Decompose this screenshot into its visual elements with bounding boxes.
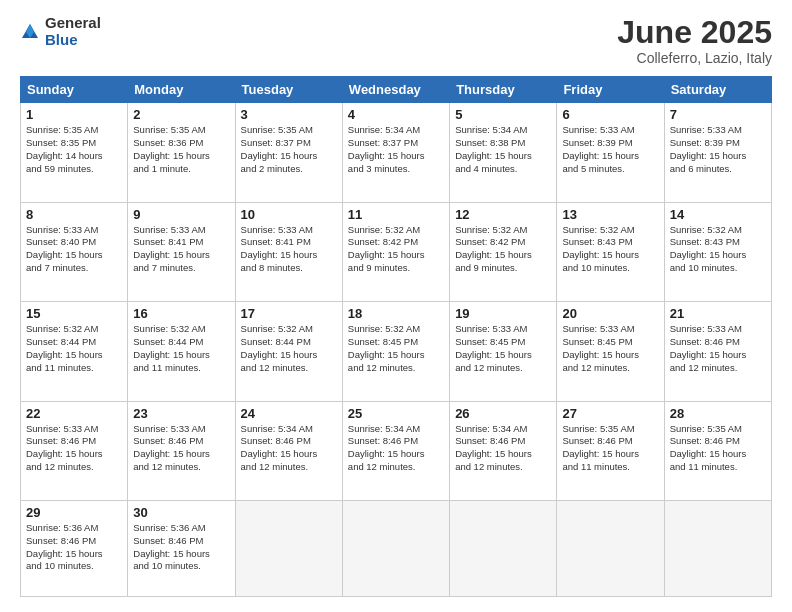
calendar-cell: 15Sunrise: 5:32 AMSunset: 8:44 PMDayligh… [21,302,128,401]
day-number: 9 [133,207,229,222]
day-info: Sunrise: 5:32 AMSunset: 8:44 PMDaylight:… [133,323,229,374]
day-number: 19 [455,306,551,321]
header-thursday: Thursday [450,77,557,103]
calendar-cell: 7Sunrise: 5:33 AMSunset: 8:39 PMDaylight… [664,103,771,202]
day-number: 3 [241,107,337,122]
calendar-cell: 14Sunrise: 5:32 AMSunset: 8:43 PMDayligh… [664,202,771,301]
day-number: 27 [562,406,658,421]
calendar-cell: 21Sunrise: 5:33 AMSunset: 8:46 PMDayligh… [664,302,771,401]
day-info: Sunrise: 5:33 AMSunset: 8:45 PMDaylight:… [455,323,551,374]
header: General Blue June 2025 Colleferro, Lazio… [20,15,772,66]
day-number: 6 [562,107,658,122]
day-number: 7 [670,107,766,122]
calendar-cell: 12Sunrise: 5:32 AMSunset: 8:42 PMDayligh… [450,202,557,301]
day-number: 13 [562,207,658,222]
calendar-cell: 11Sunrise: 5:32 AMSunset: 8:42 PMDayligh… [342,202,449,301]
calendar-cell: 25Sunrise: 5:34 AMSunset: 8:46 PMDayligh… [342,401,449,500]
month-title: June 2025 [617,15,772,50]
calendar-cell [235,500,342,596]
calendar-cell: 13Sunrise: 5:32 AMSunset: 8:43 PMDayligh… [557,202,664,301]
day-info: Sunrise: 5:32 AMSunset: 8:44 PMDaylight:… [241,323,337,374]
day-number: 20 [562,306,658,321]
calendar-cell [450,500,557,596]
calendar-cell: 4Sunrise: 5:34 AMSunset: 8:37 PMDaylight… [342,103,449,202]
day-number: 26 [455,406,551,421]
header-friday: Friday [557,77,664,103]
calendar-cell: 22Sunrise: 5:33 AMSunset: 8:46 PMDayligh… [21,401,128,500]
day-number: 16 [133,306,229,321]
day-number: 2 [133,107,229,122]
day-number: 29 [26,505,122,520]
calendar-cell: 30Sunrise: 5:36 AMSunset: 8:46 PMDayligh… [128,500,235,596]
calendar-cell: 29Sunrise: 5:36 AMSunset: 8:46 PMDayligh… [21,500,128,596]
day-info: Sunrise: 5:33 AMSunset: 8:41 PMDaylight:… [241,224,337,275]
day-info: Sunrise: 5:35 AMSunset: 8:35 PMDaylight:… [26,124,122,175]
logo-blue-text: Blue [45,32,101,49]
day-number: 1 [26,107,122,122]
day-number: 12 [455,207,551,222]
calendar-cell: 5Sunrise: 5:34 AMSunset: 8:38 PMDaylight… [450,103,557,202]
day-info: Sunrise: 5:34 AMSunset: 8:46 PMDaylight:… [241,423,337,474]
header-saturday: Saturday [664,77,771,103]
day-number: 22 [26,406,122,421]
calendar-cell: 8Sunrise: 5:33 AMSunset: 8:40 PMDaylight… [21,202,128,301]
calendar-cell [342,500,449,596]
day-info: Sunrise: 5:33 AMSunset: 8:39 PMDaylight:… [562,124,658,175]
day-info: Sunrise: 5:34 AMSunset: 8:38 PMDaylight:… [455,124,551,175]
day-number: 21 [670,306,766,321]
calendar-cell: 2Sunrise: 5:35 AMSunset: 8:36 PMDaylight… [128,103,235,202]
calendar-cell [557,500,664,596]
day-info: Sunrise: 5:33 AMSunset: 8:46 PMDaylight:… [133,423,229,474]
calendar-cell: 23Sunrise: 5:33 AMSunset: 8:46 PMDayligh… [128,401,235,500]
calendar-cell [664,500,771,596]
day-number: 4 [348,107,444,122]
day-info: Sunrise: 5:32 AMSunset: 8:44 PMDaylight:… [26,323,122,374]
logo-general-text: General [45,15,101,32]
weekday-header-row: Sunday Monday Tuesday Wednesday Thursday… [21,77,772,103]
calendar-week-row: 8Sunrise: 5:33 AMSunset: 8:40 PMDaylight… [21,202,772,301]
day-info: Sunrise: 5:35 AMSunset: 8:46 PMDaylight:… [670,423,766,474]
location-subtitle: Colleferro, Lazio, Italy [617,50,772,66]
header-wednesday: Wednesday [342,77,449,103]
calendar-week-row: 22Sunrise: 5:33 AMSunset: 8:46 PMDayligh… [21,401,772,500]
day-info: Sunrise: 5:35 AMSunset: 8:36 PMDaylight:… [133,124,229,175]
day-number: 17 [241,306,337,321]
title-block: June 2025 Colleferro, Lazio, Italy [617,15,772,66]
day-info: Sunrise: 5:33 AMSunset: 8:45 PMDaylight:… [562,323,658,374]
day-number: 23 [133,406,229,421]
day-info: Sunrise: 5:34 AMSunset: 8:46 PMDaylight:… [455,423,551,474]
day-number: 8 [26,207,122,222]
day-info: Sunrise: 5:35 AMSunset: 8:46 PMDaylight:… [562,423,658,474]
day-info: Sunrise: 5:34 AMSunset: 8:37 PMDaylight:… [348,124,444,175]
day-number: 30 [133,505,229,520]
day-info: Sunrise: 5:35 AMSunset: 8:37 PMDaylight:… [241,124,337,175]
day-info: Sunrise: 5:32 AMSunset: 8:43 PMDaylight:… [670,224,766,275]
calendar-cell: 3Sunrise: 5:35 AMSunset: 8:37 PMDaylight… [235,103,342,202]
day-info: Sunrise: 5:36 AMSunset: 8:46 PMDaylight:… [26,522,122,573]
day-info: Sunrise: 5:32 AMSunset: 8:43 PMDaylight:… [562,224,658,275]
day-number: 10 [241,207,337,222]
logo: General Blue [20,15,101,48]
day-info: Sunrise: 5:33 AMSunset: 8:41 PMDaylight:… [133,224,229,275]
calendar-cell: 28Sunrise: 5:35 AMSunset: 8:46 PMDayligh… [664,401,771,500]
calendar-cell: 18Sunrise: 5:32 AMSunset: 8:45 PMDayligh… [342,302,449,401]
day-info: Sunrise: 5:33 AMSunset: 8:40 PMDaylight:… [26,224,122,275]
calendar-cell: 26Sunrise: 5:34 AMSunset: 8:46 PMDayligh… [450,401,557,500]
day-info: Sunrise: 5:36 AMSunset: 8:46 PMDaylight:… [133,522,229,573]
calendar-cell: 24Sunrise: 5:34 AMSunset: 8:46 PMDayligh… [235,401,342,500]
header-monday: Monday [128,77,235,103]
header-sunday: Sunday [21,77,128,103]
calendar-cell: 19Sunrise: 5:33 AMSunset: 8:45 PMDayligh… [450,302,557,401]
header-tuesday: Tuesday [235,77,342,103]
day-info: Sunrise: 5:34 AMSunset: 8:46 PMDaylight:… [348,423,444,474]
calendar-table: Sunday Monday Tuesday Wednesday Thursday… [20,76,772,597]
calendar-cell: 20Sunrise: 5:33 AMSunset: 8:45 PMDayligh… [557,302,664,401]
calendar-cell: 27Sunrise: 5:35 AMSunset: 8:46 PMDayligh… [557,401,664,500]
day-number: 25 [348,406,444,421]
day-info: Sunrise: 5:32 AMSunset: 8:42 PMDaylight:… [455,224,551,275]
day-info: Sunrise: 5:33 AMSunset: 8:39 PMDaylight:… [670,124,766,175]
day-info: Sunrise: 5:33 AMSunset: 8:46 PMDaylight:… [670,323,766,374]
day-number: 18 [348,306,444,321]
day-number: 5 [455,107,551,122]
calendar-cell: 10Sunrise: 5:33 AMSunset: 8:41 PMDayligh… [235,202,342,301]
